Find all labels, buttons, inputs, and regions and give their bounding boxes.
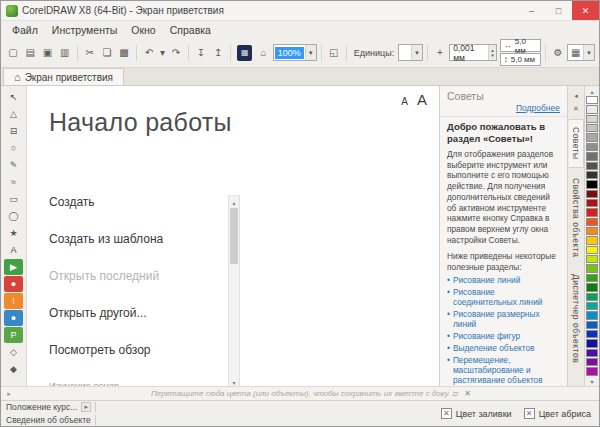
menu-item[interactable]: Справка [163,24,218,36]
zoom-tool-icon[interactable]: ○ [4,140,23,156]
tab-welcome-screen[interactable]: ⌂ Экран приветствия [3,68,124,85]
color-swatch[interactable] [586,180,598,188]
color-swatch[interactable] [586,367,598,375]
menu-item[interactable]: Инструменты [45,24,124,36]
redo-button[interactable]: ↷ [168,44,184,61]
scrollbar-thumb[interactable] [230,208,238,264]
welcome-screen-button[interactable]: ⌂ [255,44,271,61]
text-size-large-button[interactable]: A [417,91,427,108]
color-swatch[interactable] [586,321,598,329]
nudge-distance-field[interactable]: 0,001 мм ▴ ▾ [449,44,497,61]
menu-item[interactable]: Окно [124,24,162,36]
docker-tab[interactable]: Советы [569,119,584,168]
more-link[interactable]: Подробнее [516,103,560,113]
color-swatch[interactable] [586,264,598,272]
application-launcher-button[interactable]: ▦ [237,45,252,61]
outline-color-indicator[interactable]: ✕ Цвет абриса [524,408,591,419]
fill-color-indicator[interactable]: ✕ Цвет заливки [441,408,512,419]
chevron-down-icon[interactable]: ▾ [305,45,316,60]
color-swatch[interactable] [586,133,598,141]
palette-scroll-down-icon[interactable]: ▾ [586,377,598,385]
color-swatch[interactable] [586,143,598,151]
start-link[interactable]: Посмотреть обзор [49,343,219,357]
color-swatch[interactable] [586,293,598,301]
color-swatch[interactable] [586,218,598,226]
color-swatch[interactable] [586,302,598,310]
color-swatch[interactable] [586,105,598,113]
cut-button[interactable]: ✂ [82,44,98,61]
tips-link[interactable]: • Перемещение, масштабирование и растяги… [447,356,560,386]
duplicate-x-field[interactable]: ↔ 5,0 мм [500,39,541,52]
color-swatch[interactable] [586,330,598,338]
snap-to-dropdown[interactable]: ▦ ▾ [567,44,595,61]
folder-icon[interactable]: ▱ [452,389,458,398]
docker-collapse-icon[interactable]: ◂ [570,89,583,102]
start-link[interactable]: Открыть последний [49,269,219,283]
docker-tab[interactable]: Свойства объекта [569,171,583,264]
color-swatch[interactable] [586,96,598,104]
import-button[interactable]: ↧ [193,44,209,61]
drop-icon[interactable]: ● [4,310,23,326]
shape-tool-icon[interactable]: △ [4,106,23,122]
save-button[interactable]: ▣ [39,44,55,61]
color-swatch[interactable] [586,246,598,254]
pick-tool-icon[interactable]: ↖ [4,89,23,105]
maximize-button[interactable]: □ [545,1,572,20]
undo-button[interactable]: ↶ [141,44,157,61]
spin-down-icon[interactable]: ▾ [489,53,496,58]
start-link[interactable]: Создать [49,195,219,209]
rectangle-tool-icon[interactable]: ▭ [4,191,23,207]
record-icon[interactable]: ● [4,276,23,292]
print-button[interactable]: ▥ [57,44,73,61]
color-swatch[interactable] [586,358,598,366]
polygon-tool-icon[interactable]: ★ [4,225,23,241]
scrollbar[interactable]: ▴ ▾ [228,195,240,386]
color-swatch[interactable] [586,190,598,198]
color-swatch[interactable] [586,227,598,235]
fill-tool-icon[interactable]: ◆ [4,361,23,377]
palette-flyout-icon[interactable]: ▸ [1,390,17,398]
color-swatch[interactable] [586,162,598,170]
color-swatch[interactable] [586,124,598,132]
scroll-down-icon[interactable]: ▾ [229,376,239,386]
color-swatch[interactable] [586,208,598,216]
color-swatch[interactable] [586,115,598,123]
scroll-up-icon[interactable]: ▴ [229,196,239,208]
ellipse-tool-icon[interactable]: ◯ [4,208,23,224]
minimize-button[interactable]: – [518,1,545,20]
zoom-level-combo[interactable]: 100% ▾ [273,44,317,61]
color-swatch[interactable] [586,349,598,357]
play-icon[interactable]: ▶ [4,259,23,275]
alert-icon[interactable]: ! [4,293,23,309]
artistic-media-tool-icon[interactable]: ≈ [4,174,23,190]
eyedropper-tool-icon[interactable]: ◇ [4,344,23,360]
color-swatch[interactable] [586,339,598,347]
chevron-down-icon[interactable]: ▾ [411,45,422,60]
color-swatch[interactable] [586,274,598,282]
start-link[interactable]: Создать из шаблона [49,232,219,246]
status-expander-icon[interactable]: ▸ [81,402,91,412]
export-button[interactable]: ↥ [210,44,226,61]
tips-link[interactable]: • Рисование размерных линий [447,310,560,330]
fullscreen-preview-button[interactable]: ◱ [326,44,342,61]
units-combo[interactable]: ▾ [398,44,423,61]
text-size-small-button[interactable]: A [401,96,408,107]
chevron-down-icon[interactable]: ▾ [583,45,594,60]
color-swatch[interactable] [586,236,598,244]
color-swatch[interactable] [586,171,598,179]
undo-dropdown-icon[interactable]: ▾ [158,44,167,61]
copy-button[interactable]: ❏ [99,44,115,61]
new-document-button[interactable]: ▢ [5,44,21,61]
publisher-icon[interactable]: P [4,327,23,343]
text-tool-icon[interactable]: A [4,242,23,258]
freehand-tool-icon[interactable]: ✎ [4,157,23,173]
tips-link[interactable]: • Рисование фигур [447,332,560,342]
options-gear-button[interactable]: ⚙ [550,44,566,61]
color-swatch[interactable] [586,255,598,263]
tips-link[interactable]: • Рисование соединительных линий [447,288,560,308]
nudge-spinner[interactable]: ▴ ▾ [488,45,496,60]
clear-icon[interactable]: ✕ [464,389,471,398]
duplicate-y-field[interactable]: ↕ 5,0 мм [500,53,541,66]
crop-tool-icon[interactable]: ⊟ [4,123,23,139]
menu-item[interactable]: Файл [5,24,45,36]
